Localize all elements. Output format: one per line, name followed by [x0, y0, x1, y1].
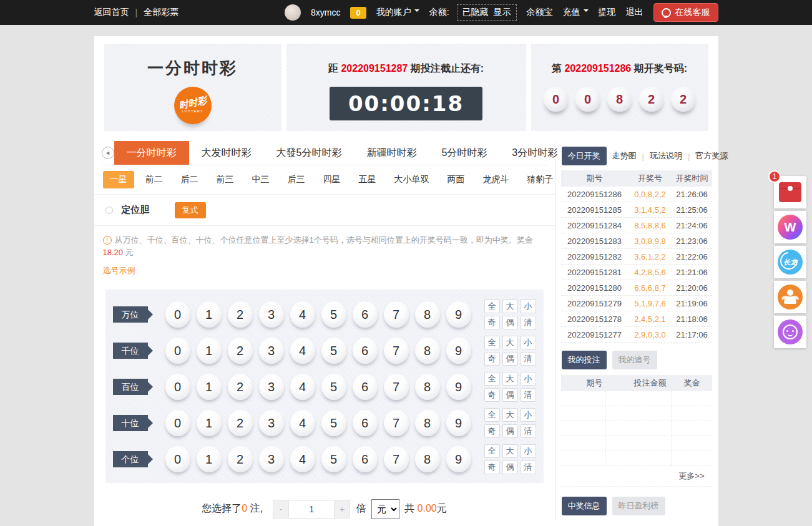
tab-1[interactable]: 大发时时彩	[189, 141, 264, 165]
compound-mode-badge[interactable]: 复式	[175, 202, 206, 218]
quick-clear-row3[interactable]: 清	[521, 424, 536, 438]
quick-clear-row2[interactable]: 清	[521, 388, 536, 402]
ball-row3-num8[interactable]: 8	[415, 410, 440, 436]
subtab-3[interactable]: 前三	[210, 171, 241, 188]
ball-row1-num3[interactable]: 3	[259, 338, 284, 364]
ball-row2-num8[interactable]: 8	[415, 374, 440, 400]
ball-row0-num1[interactable]: 1	[197, 301, 222, 328]
group-chat-button[interactable]	[774, 281, 806, 313]
quick-odd-row2[interactable]: 奇	[484, 388, 500, 402]
ball-row2-num0[interactable]: 0	[165, 374, 190, 400]
subtab-8[interactable]: 大小单双	[388, 171, 436, 188]
ball-row3-num3[interactable]: 3	[259, 410, 284, 436]
ball-row0-num7[interactable]: 7	[384, 301, 409, 328]
ball-row0-num6[interactable]: 6	[353, 301, 378, 328]
withdraw-link[interactable]: 提现	[599, 7, 616, 18]
play-rules-link[interactable]: 玩法说明	[650, 150, 682, 162]
recharge-menu[interactable]: 充值	[563, 7, 589, 18]
ball-row4-num7[interactable]: 7	[384, 446, 409, 472]
multiplier-minus-button[interactable]: -	[273, 500, 289, 519]
ball-row0-num5[interactable]: 5	[321, 301, 346, 328]
ball-row1-num2[interactable]: 2	[228, 338, 253, 364]
subtab-5[interactable]: 后三	[281, 171, 312, 188]
ball-row3-num4[interactable]: 4	[290, 410, 315, 436]
trend-chart-link[interactable]: 走势图	[612, 150, 637, 162]
ball-row2-num5[interactable]: 5	[321, 374, 346, 400]
subtab-4[interactable]: 中三	[245, 171, 276, 188]
ball-row3-num6[interactable]: 6	[353, 410, 378, 436]
win-info-tab[interactable]: 中奖信息	[562, 497, 607, 515]
changlong-button[interactable]: 长龙	[774, 246, 806, 278]
ball-row4-num8[interactable]: 8	[415, 446, 440, 472]
quick-even-row2[interactable]: 偶	[502, 388, 518, 402]
ball-row4-num9[interactable]: 9	[446, 446, 471, 472]
quick-even-row3[interactable]: 偶	[502, 424, 518, 438]
ball-row0-num2[interactable]: 2	[228, 301, 253, 328]
tabs-scroll-left-button[interactable]: ◄	[102, 147, 114, 159]
subtab-6[interactable]: 四星	[316, 171, 348, 188]
quick-small-row4[interactable]: 小	[521, 444, 536, 458]
tab-2[interactable]: 大發5分时时彩	[264, 141, 355, 165]
ball-row2-num7[interactable]: 7	[384, 374, 409, 400]
quick-odd-row1[interactable]: 奇	[484, 352, 500, 366]
yesterday-profit-tab[interactable]: 昨日盈利榜	[612, 497, 665, 515]
ball-row4-num6[interactable]: 6	[353, 446, 378, 472]
example-link[interactable]: 选号示例	[103, 265, 135, 277]
quick-small-row2[interactable]: 小	[521, 372, 536, 386]
quick-big-row1[interactable]: 大	[502, 336, 518, 349]
ball-row1-num1[interactable]: 1	[197, 338, 222, 364]
ball-row3-num9[interactable]: 9	[446, 410, 471, 436]
multiplier-input[interactable]	[289, 500, 334, 519]
ball-row1-num7[interactable]: 7	[384, 338, 409, 364]
yuebao-link[interactable]: 余额宝	[527, 7, 553, 18]
multiplier-plus-button[interactable]: +	[334, 500, 350, 519]
quick-even-row1[interactable]: 偶	[502, 352, 518, 366]
ball-row2-num6[interactable]: 6	[353, 374, 378, 400]
tab-4[interactable]: 5分时时彩	[429, 141, 499, 165]
quick-all-row0[interactable]: 全	[484, 300, 500, 313]
ball-row1-num0[interactable]: 0	[165, 338, 190, 364]
ball-row2-num1[interactable]: 1	[197, 374, 222, 400]
ball-row3-num1[interactable]: 1	[197, 410, 222, 436]
subtab-0[interactable]: 一星	[103, 171, 134, 188]
ball-row0-num0[interactable]: 0	[165, 301, 190, 328]
my-bets-tab[interactable]: 我的投注	[562, 351, 607, 369]
ball-row2-num2[interactable]: 2	[228, 374, 253, 400]
quick-small-row3[interactable]: 小	[521, 408, 536, 422]
ball-row4-num0[interactable]: 0	[165, 446, 190, 472]
ball-row3-num7[interactable]: 7	[384, 410, 409, 436]
customer-service-button[interactable]	[774, 316, 806, 348]
subtab-11[interactable]: 猜豹子	[521, 171, 560, 188]
ball-row4-num1[interactable]: 1	[197, 446, 222, 472]
ball-row1-num4[interactable]: 4	[290, 338, 315, 364]
ball-row4-num4[interactable]: 4	[290, 446, 315, 472]
ball-row4-num2[interactable]: 2	[228, 446, 253, 472]
quick-even-row4[interactable]: 偶	[502, 460, 518, 474]
ball-row1-num6[interactable]: 6	[353, 338, 378, 364]
nav-all-lottery-link[interactable]: 全部彩票	[144, 7, 179, 18]
red-envelope-button[interactable]: 1	[774, 176, 806, 208]
quick-clear-row0[interactable]: 清	[521, 316, 536, 329]
w-app-button[interactable]: W	[774, 211, 806, 243]
balance-show-button[interactable]: 显示	[494, 7, 511, 18]
subtab-7[interactable]: 五星	[352, 171, 383, 188]
quick-all-row3[interactable]: 全	[484, 408, 500, 422]
more-link[interactable]: 更多>>	[678, 471, 704, 480]
ball-row4-num3[interactable]: 3	[259, 446, 284, 472]
subtab-9[interactable]: 两面	[441, 171, 472, 188]
my-account-menu[interactable]: 我的账户	[376, 7, 419, 18]
quick-big-row0[interactable]: 大	[502, 300, 518, 313]
ball-row2-num3[interactable]: 3	[259, 374, 284, 400]
tab-3[interactable]: 新疆时时彩	[354, 141, 429, 165]
today-draw-tab[interactable]: 今日开奖	[562, 147, 607, 165]
ball-row1-num5[interactable]: 5	[321, 338, 346, 364]
playtype-radio[interactable]	[105, 207, 113, 214]
ball-row0-num3[interactable]: 3	[259, 301, 284, 328]
ball-row3-num5[interactable]: 5	[321, 410, 346, 436]
ball-row1-num8[interactable]: 8	[415, 338, 440, 364]
my-chase-tab[interactable]: 我的追号	[612, 351, 657, 369]
ball-row1-num9[interactable]: 9	[446, 338, 471, 364]
message-count-badge[interactable]: 0	[350, 7, 366, 19]
quick-big-row2[interactable]: 大	[502, 372, 518, 386]
quick-odd-row0[interactable]: 奇	[484, 316, 500, 329]
